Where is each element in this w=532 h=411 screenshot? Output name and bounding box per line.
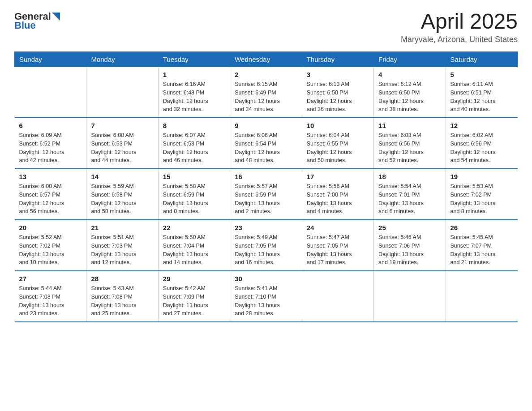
day-info: Sunrise: 5:49 AM Sunset: 7:05 PM Dayligh… [235,233,297,267]
calendar-cell: 20Sunrise: 5:52 AM Sunset: 7:02 PM Dayli… [15,220,86,271]
calendar-cell: 21Sunrise: 5:51 AM Sunset: 7:03 PM Dayli… [86,220,158,271]
day-info: Sunrise: 6:07 AM Sunset: 6:53 PM Dayligh… [163,131,225,165]
day-number: 22 [163,224,225,231]
day-info: Sunrise: 6:03 AM Sunset: 6:56 PM Dayligh… [378,131,441,165]
calendar-cell: 24Sunrise: 5:47 AM Sunset: 7:05 PM Dayli… [302,220,373,271]
week-row-2: 6Sunrise: 6:09 AM Sunset: 6:52 PM Daylig… [15,118,518,169]
calendar-cell: 29Sunrise: 5:42 AM Sunset: 7:09 PM Dayli… [158,271,230,322]
calendar-cell: 3Sunrise: 6:13 AM Sunset: 6:50 PM Daylig… [302,67,373,118]
day-number: 3 [307,71,369,78]
calendar-cell: 5Sunrise: 6:11 AM Sunset: 6:51 PM Daylig… [446,67,517,118]
day-number: 6 [19,122,82,129]
week-row-5: 27Sunrise: 5:44 AM Sunset: 7:08 PM Dayli… [15,271,518,322]
day-number: 10 [307,122,369,129]
day-info: Sunrise: 5:50 AM Sunset: 7:04 PM Dayligh… [163,233,225,267]
day-info: Sunrise: 5:47 AM Sunset: 7:05 PM Dayligh… [307,233,369,267]
day-number: 12 [450,122,513,129]
day-info: Sunrise: 6:00 AM Sunset: 6:57 PM Dayligh… [19,182,82,216]
day-number: 7 [91,122,153,129]
day-number: 4 [378,71,441,78]
header-day-friday: Friday [374,52,446,67]
calendar-cell [86,67,158,118]
calendar-table: SundayMondayTuesdayWednesdayThursdayFrid… [14,51,518,322]
day-number: 13 [19,173,82,180]
day-number: 11 [378,122,441,129]
header-day-tuesday: Tuesday [158,52,230,67]
day-number: 30 [235,275,297,283]
day-number: 26 [450,224,513,231]
calendar-cell: 30Sunrise: 5:41 AM Sunset: 7:10 PM Dayli… [230,271,302,322]
day-number: 9 [235,122,297,129]
day-info: Sunrise: 6:08 AM Sunset: 6:53 PM Dayligh… [91,131,153,165]
calendar-cell: 16Sunrise: 5:57 AM Sunset: 6:59 PM Dayli… [230,169,302,220]
calendar-cell: 22Sunrise: 5:50 AM Sunset: 7:04 PM Dayli… [158,220,230,271]
day-number: 8 [163,122,225,129]
day-number: 2 [235,71,297,78]
day-info: Sunrise: 6:11 AM Sunset: 6:51 PM Dayligh… [450,80,513,114]
calendar-cell: 8Sunrise: 6:07 AM Sunset: 6:53 PM Daylig… [158,118,230,169]
calendar-cell: 27Sunrise: 5:44 AM Sunset: 7:08 PM Dayli… [15,271,86,322]
calendar-cell [15,67,86,118]
calendar-cell: 19Sunrise: 5:53 AM Sunset: 7:02 PM Dayli… [446,169,517,220]
calendar-cell [302,271,373,322]
day-info: Sunrise: 6:12 AM Sunset: 6:50 PM Dayligh… [378,80,441,114]
logo: General Blue [14,11,61,31]
calendar-cell: 28Sunrise: 5:43 AM Sunset: 7:08 PM Dayli… [86,271,158,322]
svg-marker-0 [52,13,60,21]
day-number: 15 [163,173,225,180]
week-row-1: 1Sunrise: 6:16 AM Sunset: 6:48 PM Daylig… [15,67,518,118]
header-day-thursday: Thursday [302,52,373,67]
day-info: Sunrise: 6:13 AM Sunset: 6:50 PM Dayligh… [307,80,369,114]
day-info: Sunrise: 6:15 AM Sunset: 6:49 PM Dayligh… [235,80,297,114]
calendar-cell: 4Sunrise: 6:12 AM Sunset: 6:50 PM Daylig… [374,67,446,118]
day-info: Sunrise: 5:52 AM Sunset: 7:02 PM Dayligh… [19,233,82,267]
day-info: Sunrise: 5:57 AM Sunset: 6:59 PM Dayligh… [235,182,297,216]
calendar-cell: 6Sunrise: 6:09 AM Sunset: 6:52 PM Daylig… [15,118,86,169]
day-info: Sunrise: 6:06 AM Sunset: 6:54 PM Dayligh… [235,131,297,165]
header-row: SundayMondayTuesdayWednesdayThursdayFrid… [15,52,518,67]
day-info: Sunrise: 5:59 AM Sunset: 6:58 PM Dayligh… [91,182,153,216]
calendar-cell: 11Sunrise: 6:03 AM Sunset: 6:56 PM Dayli… [374,118,446,169]
day-number: 23 [235,224,297,231]
month-title: April 2025 [401,11,518,32]
header-day-saturday: Saturday [446,52,517,67]
day-info: Sunrise: 5:44 AM Sunset: 7:08 PM Dayligh… [19,284,82,318]
calendar-cell: 26Sunrise: 5:45 AM Sunset: 7:07 PM Dayli… [446,220,517,271]
day-info: Sunrise: 5:54 AM Sunset: 7:01 PM Dayligh… [378,182,441,216]
header-day-sunday: Sunday [15,52,86,67]
day-info: Sunrise: 6:02 AM Sunset: 6:56 PM Dayligh… [450,131,513,165]
title-section: April 2025 Maryvale, Arizona, United Sta… [401,11,518,44]
day-info: Sunrise: 5:56 AM Sunset: 7:00 PM Dayligh… [307,182,369,216]
day-number: 29 [163,275,225,283]
calendar-cell: 10Sunrise: 6:04 AM Sunset: 6:55 PM Dayli… [302,118,373,169]
day-info: Sunrise: 6:16 AM Sunset: 6:48 PM Dayligh… [163,80,225,114]
calendar-cell: 9Sunrise: 6:06 AM Sunset: 6:54 PM Daylig… [230,118,302,169]
day-info: Sunrise: 5:51 AM Sunset: 7:03 PM Dayligh… [91,233,153,267]
logo-container: General Blue [14,11,61,31]
calendar-cell: 7Sunrise: 6:08 AM Sunset: 6:53 PM Daylig… [86,118,158,169]
day-number: 27 [19,275,82,283]
day-number: 5 [450,71,513,78]
day-info: Sunrise: 5:42 AM Sunset: 7:09 PM Dayligh… [163,284,225,318]
calendar-cell: 15Sunrise: 5:58 AM Sunset: 6:59 PM Dayli… [158,169,230,220]
header-day-monday: Monday [86,52,158,67]
day-number: 21 [91,224,153,231]
day-number: 14 [91,173,153,180]
week-row-4: 20Sunrise: 5:52 AM Sunset: 7:02 PM Dayli… [15,220,518,271]
calendar-cell: 2Sunrise: 6:15 AM Sunset: 6:49 PM Daylig… [230,67,302,118]
day-number: 18 [378,173,441,180]
calendar-cell [374,271,446,322]
day-number: 16 [235,173,297,180]
day-number: 28 [91,275,153,283]
calendar-body: 1Sunrise: 6:16 AM Sunset: 6:48 PM Daylig… [15,67,518,322]
calendar-cell: 25Sunrise: 5:46 AM Sunset: 7:06 PM Dayli… [374,220,446,271]
logo-blue-text: Blue [14,20,36,31]
calendar-cell [446,271,517,322]
calendar-cell: 14Sunrise: 5:59 AM Sunset: 6:58 PM Dayli… [86,169,158,220]
calendar-cell: 18Sunrise: 5:54 AM Sunset: 7:01 PM Dayli… [374,169,446,220]
calendar-cell: 1Sunrise: 6:16 AM Sunset: 6:48 PM Daylig… [158,67,230,118]
logo-triangle [51,12,61,21]
day-number: 25 [378,224,441,231]
week-row-3: 13Sunrise: 6:00 AM Sunset: 6:57 PM Dayli… [15,169,518,220]
day-info: Sunrise: 5:58 AM Sunset: 6:59 PM Dayligh… [163,182,225,216]
